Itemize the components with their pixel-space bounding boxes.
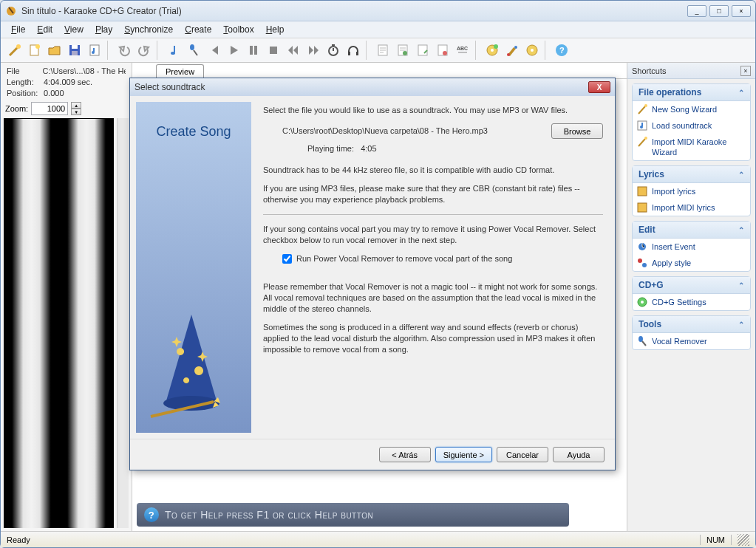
pause-icon[interactable]: [244, 41, 263, 60]
app-icon: [5, 5, 17, 17]
card-header[interactable]: CD+G⌃: [633, 277, 750, 294]
chevron-up-icon: ⌃: [738, 89, 744, 97]
minimize-button[interactable]: _: [687, 5, 706, 17]
close-button[interactable]: ×: [732, 5, 751, 17]
shortcut-item[interactable]: Insert Event: [633, 239, 750, 255]
length-value: 4:04.009 sec.: [44, 77, 92, 88]
forward-icon[interactable]: [304, 41, 323, 60]
svg-point-22: [443, 51, 447, 55]
open-icon[interactable]: [45, 41, 64, 60]
menu-edit[interactable]: Edit: [31, 23, 58, 36]
play-icon[interactable]: [224, 41, 243, 60]
menu-synchronize[interactable]: Synchronize: [118, 23, 179, 36]
resize-grip[interactable]: [738, 534, 749, 546]
shortcut-item[interactable]: Apply style: [633, 255, 750, 271]
shortcut-item-icon: [636, 120, 648, 131]
headphones-icon[interactable]: [344, 41, 363, 60]
new-icon[interactable]: [25, 41, 44, 60]
shortcut-item-icon: [636, 335, 648, 347]
shortcut-item-icon: [636, 136, 648, 148]
abc-icon[interactable]: ABC: [453, 41, 472, 60]
card-header[interactable]: Lyrics⌃: [633, 166, 750, 183]
vocal-remover-checkbox[interactable]: [282, 254, 292, 264]
svg-point-36: [644, 137, 647, 140]
svg-rect-16: [356, 52, 358, 55]
chevron-up-icon: ⌃: [738, 226, 744, 234]
menu-toolbox[interactable]: Toolbox: [217, 23, 259, 36]
position-value: 0.000: [44, 88, 64, 99]
svg-point-43: [641, 301, 644, 304]
file-label: File: [7, 66, 43, 77]
dialog-intro: Select the file you would like to use as…: [263, 105, 603, 116]
vocal-remover-label: Run Power Vocal Remover to remove vocal …: [296, 253, 512, 264]
rewind-icon[interactable]: [284, 41, 303, 60]
skip-start-icon[interactable]: [204, 41, 223, 60]
shortcut-item[interactable]: New Song Wizard: [633, 101, 750, 117]
shortcuts-card: Tools⌃Vocal Remover: [632, 315, 751, 350]
doc-d-icon[interactable]: [433, 41, 452, 60]
dialog-main: Select the file you would like to use as…: [251, 96, 615, 439]
menu-help[interactable]: Help: [260, 23, 290, 36]
shortcut-item[interactable]: Import lyrics: [633, 183, 750, 199]
help-strip[interactable]: ? To get Help press F1 or click Help but…: [137, 503, 569, 527]
tabbar: Preview: [132, 63, 627, 79]
dialog-close-button[interactable]: X: [588, 81, 610, 93]
shortcut-item[interactable]: Vocal Remover: [633, 333, 750, 349]
undo-icon[interactable]: [115, 41, 134, 60]
wand-icon[interactable]: [5, 41, 24, 60]
back-button[interactable]: < Atrás: [379, 447, 431, 462]
doc-a-icon[interactable]: [373, 41, 392, 60]
tab-preview[interactable]: Preview: [156, 64, 204, 78]
shortcuts-close-icon[interactable]: ×: [740, 66, 751, 76]
disc-b-icon[interactable]: [522, 41, 542, 60]
menu-create[interactable]: Create: [179, 23, 217, 36]
dialog-button-bar: < Atrás Siguiente > Cancelar Ayuda: [130, 439, 615, 470]
browse-button[interactable]: Browse: [551, 123, 603, 139]
card-header[interactable]: File operations⌃: [633, 84, 750, 101]
zoom-up-button[interactable]: ▲: [71, 102, 81, 109]
zoom-down-button[interactable]: ▼: [71, 109, 81, 115]
svg-rect-15: [348, 52, 350, 55]
disclaimer2: Sometimes the song is produced in a diff…: [263, 322, 603, 355]
doc-c-icon[interactable]: [413, 41, 432, 60]
dialog-help-button[interactable]: Ayuda: [553, 447, 605, 462]
shortcut-item-icon: [636, 185, 648, 197]
shortcut-item[interactable]: Import MIDI lyrics: [633, 199, 750, 216]
doc-b-icon[interactable]: [393, 41, 412, 60]
cancel-button[interactable]: Cancelar: [497, 447, 548, 462]
card-header[interactable]: Edit⌃: [633, 222, 750, 239]
waveform-scrollbar[interactable]: [117, 118, 129, 528]
svg-rect-20: [418, 45, 427, 55]
menu-play[interactable]: Play: [89, 23, 118, 36]
shortcut-item[interactable]: Load soundtrack: [633, 117, 750, 134]
menu-file[interactable]: File: [5, 23, 31, 36]
shortcuts-card: Edit⌃Insert EventApply style: [632, 221, 751, 272]
note-icon[interactable]: [164, 41, 183, 60]
svg-rect-37: [638, 187, 647, 196]
mic-icon[interactable]: [184, 41, 203, 60]
menubar: File Edit View Play Synchronize Create T…: [1, 21, 755, 38]
shortcut-item[interactable]: Import MIDI Karaoke Wizard: [633, 134, 750, 160]
timer-icon[interactable]: [324, 41, 343, 60]
save-icon[interactable]: [65, 41, 84, 60]
help-icon[interactable]: ?: [552, 41, 571, 60]
brush-icon[interactable]: [503, 41, 522, 60]
menu-view[interactable]: View: [58, 23, 89, 36]
playtime-label: Playing time:: [307, 144, 354, 153]
disc-a-icon[interactable]: [483, 41, 502, 60]
zoom-input[interactable]: [31, 102, 68, 115]
shortcut-item[interactable]: CD+G Settings: [633, 294, 750, 310]
zoom-label: Zoom:: [5, 104, 28, 113]
stop-icon[interactable]: [264, 41, 283, 60]
redo-icon[interactable]: [134, 41, 154, 60]
maximize-button[interactable]: □: [709, 5, 729, 17]
svg-point-27: [507, 53, 510, 56]
card-header[interactable]: Tools⌃: [633, 316, 750, 333]
left-panel: FileC:\Users\...\08 - The He Length:4:04…: [1, 63, 132, 531]
waveform-view[interactable]: [4, 118, 114, 528]
music-note-icon[interactable]: [85, 41, 104, 60]
next-button[interactable]: Siguiente >: [435, 447, 492, 462]
svg-point-41: [642, 263, 647, 267]
titlebar: Sin título - Karaoke CD+G Creator (Trial…: [1, 1, 755, 21]
svg-rect-6: [72, 51, 78, 55]
